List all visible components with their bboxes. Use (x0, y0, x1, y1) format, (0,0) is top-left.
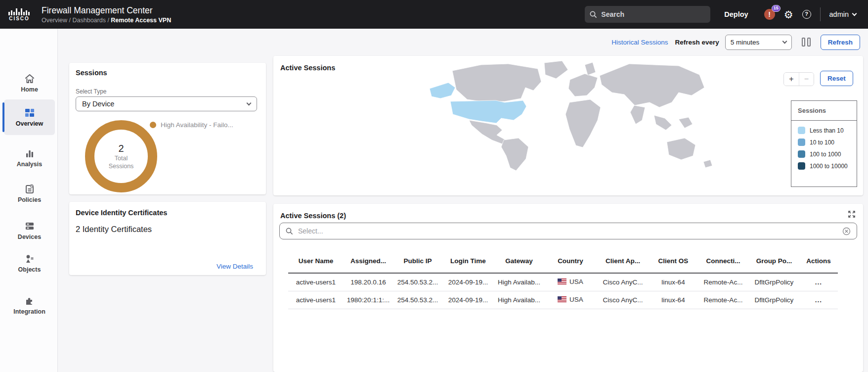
header-divider (820, 7, 821, 21)
user-menu[interactable]: admin (829, 10, 857, 18)
legend-item: 10 to 100 (798, 139, 857, 146)
policies-icon (24, 184, 35, 194)
active-sessions-table-card: Active Sessions (2) U (273, 204, 863, 372)
world-map[interactable] (422, 60, 738, 179)
certificates-card: Device Identity Certificates 2 Identity … (69, 202, 266, 275)
historical-sessions-link[interactable]: Historical Sessions (611, 39, 668, 46)
gear-icon[interactable]: ⚙ (784, 9, 793, 20)
brand-word: CISCO (9, 16, 30, 21)
legend-swatch (798, 162, 805, 170)
zoom-out-button[interactable]: − (799, 73, 814, 86)
row-actions-menu[interactable]: ... (799, 273, 838, 291)
sidebar-item-objects[interactable]: Objects (4, 251, 55, 276)
col-public-ip[interactable]: Public IP (393, 249, 442, 273)
notification-badge: 15 (772, 5, 781, 12)
chevron-down-icon (782, 39, 787, 44)
legend-dot (150, 122, 156, 128)
page-title: Firewall Management Center (42, 5, 171, 15)
col-connection[interactable]: Connecti... (697, 249, 749, 273)
objects-icon (24, 254, 35, 264)
sidebar-item-integration[interactable]: Integration (4, 293, 55, 318)
sidebar-item-devices[interactable]: Devices (4, 218, 55, 243)
col-actions[interactable]: Actions (799, 249, 838, 273)
legend-label: High Availability - Failo... (161, 121, 233, 129)
sidebar-item-analysis[interactable]: Analysis (4, 145, 55, 171)
map-legend: Sessions Less than 10 10 to 100 100 to 1… (791, 100, 857, 187)
map-zoom-control: + − (783, 72, 814, 86)
table-header-row: User Name Assigned... Public IP Login Ti… (288, 249, 838, 273)
legend-swatch (798, 127, 805, 134)
legend-item: Less than 10 (798, 127, 857, 134)
col-user-name[interactable]: User Name (288, 249, 344, 273)
select-type-label: Select Type (76, 88, 106, 95)
expand-icon[interactable] (848, 211, 855, 218)
row-actions-menu[interactable]: ... (799, 291, 838, 309)
col-assigned[interactable]: Assigned... (344, 249, 393, 273)
col-group-policy[interactable]: Group Po... (749, 249, 799, 273)
refresh-button[interactable]: Refresh (821, 35, 860, 50)
sessions-card-title: Sessions (76, 69, 107, 77)
zoom-in-button[interactable]: + (784, 73, 799, 86)
sessions-card: Sessions Select Type By Device 2 Total S… (69, 63, 266, 194)
devices-icon (24, 221, 35, 231)
cisco-logo: CISCO (8, 8, 31, 21)
active-sessions-map-card: Active Sessions + − Reset Sessions (273, 56, 863, 195)
sidebar-item-overview[interactable]: Overview (4, 99, 55, 135)
table-row[interactable]: active-users1 198.20.0.16 254.50.53.2...… (288, 273, 838, 291)
breadcrumb-current: Remote Access VPN (111, 17, 171, 24)
sidebar-item-home[interactable]: Home (4, 71, 55, 96)
us-flag-icon (558, 296, 566, 304)
global-search-input[interactable] (601, 10, 700, 18)
dashboard-toolbar: Historical Sessions Refresh every 5 minu… (58, 29, 868, 55)
pause-refresh-button[interactable] (802, 38, 811, 46)
col-login-time[interactable]: Login Time (442, 249, 494, 273)
cisco-bars-icon (8, 8, 30, 15)
certificates-summary: 2 Identity Certificates (76, 225, 152, 234)
col-client-app[interactable]: Client Ap... (597, 249, 649, 273)
view-details-link[interactable]: View Details (217, 263, 253, 270)
global-search[interactable] (585, 6, 710, 23)
legend-swatch (798, 139, 805, 146)
col-gateway[interactable]: Gateway (494, 249, 544, 273)
chevron-down-icon (247, 100, 252, 105)
analysis-icon (24, 148, 35, 158)
chevron-down-icon (852, 11, 857, 16)
table-filter-bar (279, 223, 857, 239)
app-header: CISCO Firewall Management Center Overvie… (0, 0, 868, 29)
map-reset-button[interactable]: Reset (820, 71, 853, 86)
sidebar-item-policies[interactable]: Policies (4, 181, 55, 206)
us-flag-icon (558, 279, 566, 286)
col-country[interactable]: Country (544, 249, 597, 273)
table-filter-input[interactable] (298, 227, 842, 235)
refresh-every-label: Refresh every (675, 39, 719, 46)
home-icon (24, 74, 35, 84)
deploy-button[interactable]: Deploy (724, 10, 748, 18)
donut-legend-item: High Availability - Failo... (150, 121, 233, 129)
help-icon[interactable]: ? (802, 10, 811, 19)
refresh-interval-select[interactable]: 5 minutes (725, 35, 792, 50)
table-row[interactable]: active-users1 1980:20:1:1:... 254.50.53.… (288, 291, 838, 309)
session-type-select[interactable]: By Device (76, 96, 257, 111)
deployment-alert[interactable]: ! 15 (764, 9, 775, 20)
breadcrumb-prefix[interactable]: Overview / Dashboards / (42, 17, 111, 24)
sidebar: Home Overview Analysis Policies (0, 29, 58, 372)
search-icon (286, 228, 293, 235)
legend-swatch (798, 150, 805, 158)
donut-total-value: 2 (118, 143, 124, 154)
legend-item: 1000 to 10000 (798, 162, 857, 170)
integration-icon (24, 296, 35, 306)
certificates-card-title: Device Identity Certificates (76, 209, 167, 217)
legend-item: 100 to 1000 (798, 150, 857, 158)
donut-caption-2: Sessions (109, 162, 134, 170)
username: admin (829, 10, 849, 18)
map-legend-title: Sessions (791, 101, 857, 121)
sessions-donut-chart: 2 Total Sessions (85, 120, 157, 192)
active-sessions-table: User Name Assigned... Public IP Login Ti… (288, 249, 838, 309)
search-icon (590, 11, 597, 18)
overview-icon (24, 108, 35, 118)
table-card-title: Active Sessions (2) (280, 212, 346, 220)
breadcrumb: Overview / Dashboards / Remote Access VP… (42, 17, 171, 24)
clear-filter-icon[interactable] (842, 227, 851, 235)
col-client-os[interactable]: Client OS (649, 249, 697, 273)
map-card-title: Active Sessions (280, 64, 335, 72)
